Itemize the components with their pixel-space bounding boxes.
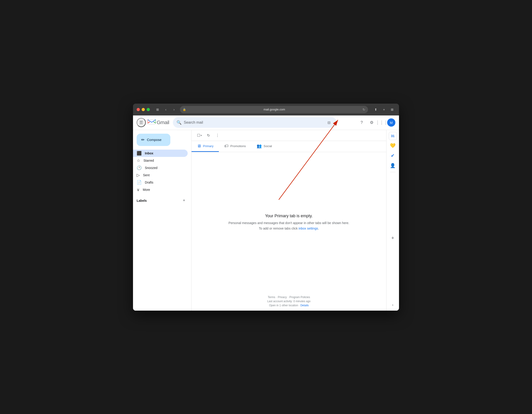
snoozed-icon: 🕐 (137, 165, 142, 170)
footer-location: Open in 1 other location · Details (269, 304, 309, 307)
primary-tab-label: Primary (203, 144, 213, 148)
more-options-button[interactable]: ⋮ (213, 131, 222, 139)
gmail-header: ☰ Gmail 🔍 Search mail ⊟ ? (133, 115, 399, 130)
google-keep-icon[interactable]: 💛 (388, 141, 397, 150)
empty-title: Your Primary tab is empty. (265, 214, 313, 218)
google-apps-button[interactable]: ⋮⋮⋮ (377, 118, 386, 127)
add-label-button[interactable]: + (180, 197, 188, 204)
nav-label-inbox: Inbox (145, 151, 153, 155)
add-app-button[interactable]: + (388, 233, 397, 243)
terms-link[interactable]: Terms (268, 296, 275, 299)
nav-label-more: More (143, 188, 150, 191)
hamburger-menu-button[interactable]: ☰ (137, 118, 146, 127)
right-sidebar: 31 💛 ✔ 👤 + › (386, 130, 399, 310)
expand-panel-button[interactable]: › (392, 303, 393, 309)
inbox-settings-link[interactable]: inbox settings (299, 226, 318, 230)
search-icon: 🔍 (177, 120, 181, 125)
primary-tab-icon: 🖥 (197, 144, 201, 149)
traffic-lights (137, 108, 150, 111)
sent-icon: ▷ (137, 173, 140, 178)
browser-window: ⊞ ‹ › 🔒 mail.google.com ↻ ⬆ + ⊞ ☰ (133, 104, 399, 310)
empty-subtitle: Personal messages and messages that don'… (228, 221, 349, 225)
search-filter-button[interactable]: ⊟ (325, 118, 333, 127)
new-tab-button[interactable]: + (381, 106, 387, 113)
empty-cta: To add or remove tabs click inbox settin… (259, 226, 319, 230)
labels-section: Labels + (133, 193, 191, 204)
footer-activity: Last account activity: 0 minutes ago (267, 300, 310, 303)
gmail-logo: Gmail (148, 119, 169, 127)
address-text: mail.google.com (188, 108, 361, 111)
minimize-button[interactable] (142, 108, 145, 111)
search-bar[interactable]: 🔍 Search mail ⊟ (173, 117, 337, 128)
gmail-main: ✏ Compose ⬛ Inbox ☆ Starred 🕐 Snoozed ▷ (133, 130, 399, 310)
gmail-logo-text: Gmail (157, 120, 169, 125)
gmail-m-logo (148, 119, 156, 127)
support-button[interactable]: ? (357, 118, 366, 127)
social-tab-icon: 👥 (257, 143, 262, 149)
inbox-icon: ⬛ (137, 151, 142, 156)
last-activity-text: Last account activity: 0 minutes ago (267, 300, 310, 303)
google-tasks-icon[interactable]: ✔ (388, 151, 397, 160)
labels-title: Labels (137, 199, 147, 202)
promotions-tab-label: Promotions (230, 144, 246, 148)
nav-item-sent[interactable]: ▷ Sent (133, 171, 188, 179)
nav-item-more[interactable]: ∨ More (133, 186, 188, 193)
social-tab-label: Social (264, 144, 272, 148)
nav-item-inbox[interactable]: ⬛ Inbox (133, 150, 188, 157)
tab-grid-button[interactable]: ⊞ (389, 106, 395, 113)
checkbox-dropdown-icon: ▾ (201, 134, 202, 137)
inbox-tabs: 🖥 Primary 🏷 Promotions 👥 Social (191, 141, 386, 152)
select-all-checkbox[interactable]: ☐ ▾ (195, 131, 203, 139)
email-footer: Terms · Privacy · Program Policies Last … (191, 292, 386, 310)
share-button[interactable]: ⬆ (373, 106, 379, 113)
back-button[interactable]: ‹ (163, 106, 169, 113)
empty-state: Your Primary tab is empty. Personal mess… (191, 152, 386, 292)
nav-label-sent: Sent (143, 173, 150, 177)
search-placeholder: Search mail (184, 121, 323, 124)
nav-item-snoozed[interactable]: 🕐 Snoozed (133, 164, 188, 171)
settings-button[interactable]: ⚙ (367, 118, 376, 127)
starred-icon: ☆ (137, 158, 140, 163)
close-button[interactable] (137, 108, 140, 111)
email-toolbar: ☐ ▾ ↻ ⋮ (191, 130, 386, 141)
sidebar: ✏ Compose ⬛ Inbox ☆ Starred 🕐 Snoozed ▷ (133, 130, 191, 310)
footer-separator: · (299, 304, 300, 307)
tab-primary[interactable]: 🖥 Primary (191, 141, 219, 152)
google-calendar-icon[interactable]: 31 (389, 132, 397, 140)
browser-titlebar: ⊞ ‹ › 🔒 mail.google.com ↻ ⬆ + ⊞ (133, 104, 399, 115)
compose-pencil-icon: ✏ (141, 137, 145, 142)
lock-icon: 🔒 (183, 108, 186, 111)
browser-action-buttons: ⬆ + ⊞ (373, 106, 395, 113)
compose-button[interactable]: ✏ Compose (137, 134, 170, 146)
address-bar[interactable]: 🔒 mail.google.com ↻ (180, 106, 368, 113)
nav-label-drafts: Drafts (145, 181, 153, 184)
refresh-page-button[interactable]: ↻ (362, 108, 365, 111)
privacy-link[interactable]: Privacy (278, 296, 287, 299)
empty-cta-text: To add or remove tabs click (259, 226, 299, 230)
nav-item-drafts[interactable]: 📄 Drafts (133, 179, 188, 186)
policies-link[interactable]: Program Policies (289, 296, 310, 299)
browser-controls: ⊞ ‹ › (154, 106, 177, 113)
tab-promotions[interactable]: 🏷 Promotions (219, 141, 251, 152)
more-chevron-icon: ∨ (137, 187, 140, 192)
promotions-tab-icon: 🏷 (224, 144, 228, 149)
location-text: Open in 1 other location (269, 304, 298, 307)
refresh-button[interactable]: ↻ (204, 131, 212, 139)
footer-links: Terms · Privacy · Program Policies (268, 296, 310, 299)
nav-label-starred: Starred (143, 159, 154, 162)
details-link[interactable]: Details (300, 304, 309, 307)
drafts-icon: 📄 (137, 180, 142, 185)
nav-item-starred[interactable]: ☆ Starred (133, 157, 188, 164)
google-contacts-icon[interactable]: 👤 (388, 161, 397, 170)
gmail-app: ☰ Gmail 🔍 Search mail ⊟ ? (133, 115, 399, 310)
email-panel: ☐ ▾ ↻ ⋮ 🖥 Primary 🏷 Promotions (191, 130, 386, 310)
forward-button[interactable]: › (171, 106, 177, 113)
sidebar-toggle-button[interactable]: ⊞ (154, 106, 161, 113)
nav-label-snoozed: Snoozed (145, 166, 157, 170)
compose-label: Compose (147, 138, 162, 142)
maximize-button[interactable] (147, 108, 150, 111)
checkbox-icon: ☐ (197, 133, 200, 138)
user-avatar-button[interactable]: M (387, 118, 395, 127)
empty-cta-suffix: . (318, 226, 319, 230)
tab-social[interactable]: 👥 Social (251, 141, 277, 152)
